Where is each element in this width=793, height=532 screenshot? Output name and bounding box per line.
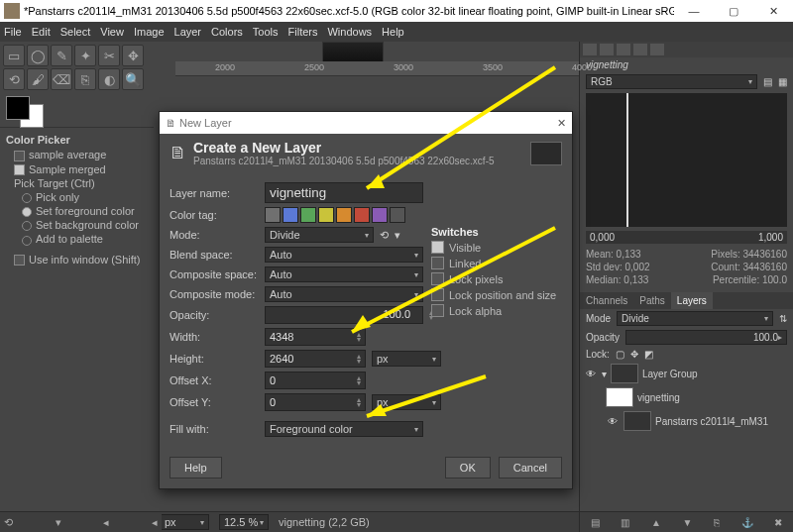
layers-opacity[interactable]: 100.0▸ — [625, 330, 787, 345]
save-icon[interactable]: ▾ — [56, 516, 61, 529]
switch-lock-pixels[interactable] — [431, 272, 444, 285]
help-button[interactable]: Help — [170, 457, 222, 479]
dialog-titlebar[interactable]: 🗎 New Layer ✕ — [160, 112, 572, 134]
color-model-select[interactable]: RGB▾ — [586, 74, 757, 89]
comp-space-select[interactable]: Auto▾ — [265, 266, 423, 282]
color-swatch[interactable] — [0, 93, 154, 123]
mode-select[interactable]: Divide▾ — [265, 227, 374, 243]
tool-clone[interactable]: ⎘ — [74, 68, 96, 90]
size-unit-select[interactable]: px▾ — [372, 351, 441, 367]
dialog-close-icon[interactable]: ✕ — [557, 117, 566, 130]
status-unit[interactable]: px▾ — [160, 514, 209, 530]
menu-select[interactable]: Select — [60, 26, 91, 38]
anchor-layer-icon[interactable]: ⚓ — [741, 517, 753, 528]
color-tag[interactable] — [390, 207, 405, 223]
ok-button[interactable]: OK — [445, 457, 491, 479]
switch-lock-alpha[interactable] — [431, 304, 444, 317]
mode-swap-icon[interactable]: ⇅ — [779, 313, 787, 324]
menu-edit[interactable]: Edit — [32, 26, 51, 38]
menu-colors[interactable]: Colors — [211, 26, 243, 38]
tab-channels[interactable]: Channels — [580, 292, 633, 309]
tool-ellipse-select[interactable]: ◯ — [27, 45, 49, 66]
new-group-icon[interactable]: ▥ — [621, 517, 629, 528]
dock-tab[interactable] — [617, 44, 630, 55]
menu-file[interactable]: File — [4, 26, 22, 38]
layer-row-vignetting[interactable]: vignetting — [580, 385, 793, 409]
menu-view[interactable]: View — [100, 26, 124, 38]
tool-fuzzy-select[interactable]: ✦ — [74, 45, 96, 66]
foreground-swatch[interactable] — [6, 96, 30, 120]
fill-select[interactable]: Foreground color▾ — [265, 421, 423, 437]
dock-tab[interactable] — [600, 44, 614, 55]
tool-crop[interactable]: ✂ — [98, 45, 120, 66]
opt-pick-only[interactable]: Pick only — [0, 190, 154, 204]
tool-rect-select[interactable]: ▭ — [3, 45, 25, 66]
opt-sample-average[interactable]: sample average — [0, 148, 154, 162]
width-input[interactable]: 4348▴▾ — [265, 328, 366, 346]
lock-alpha-icon[interactable]: ◩ — [644, 349, 653, 360]
color-tag[interactable] — [354, 207, 370, 223]
color-tag[interactable] — [318, 207, 334, 223]
color-tag[interactable] — [283, 207, 298, 223]
delete-layer-icon[interactable]: ✖ — [774, 517, 782, 528]
eye-icon[interactable]: 👁 — [584, 369, 598, 379]
comp-mode-select[interactable]: Auto▾ — [265, 286, 423, 302]
offset-x-input[interactable]: 0▴▾ — [265, 372, 366, 389]
opt-sample-merged[interactable]: Sample merged — [0, 162, 154, 177]
dock-tab[interactable] — [583, 44, 597, 55]
histogram[interactable] — [586, 93, 787, 227]
menu-image[interactable]: Image — [134, 26, 165, 38]
color-tag[interactable] — [265, 207, 281, 223]
cancel-button[interactable]: Cancel — [499, 457, 562, 479]
raise-layer-icon[interactable]: ▲ — [651, 517, 661, 528]
offset-unit-select[interactable]: px▾ — [372, 394, 441, 410]
lock-pixels-icon[interactable]: ▢ — [616, 349, 624, 360]
color-tag[interactable] — [372, 207, 388, 223]
mode-extra-icon[interactable]: ▾ — [395, 229, 400, 242]
switch-linked[interactable] — [431, 257, 444, 269]
tool-eraser[interactable]: ⌫ — [51, 68, 72, 90]
blend-select[interactable]: Auto▾ — [265, 247, 423, 263]
layers-mode-select[interactable]: Divide▾ — [617, 311, 773, 326]
dock-tab[interactable] — [633, 44, 647, 55]
opt-set-bg[interactable]: Set background color — [0, 218, 154, 232]
menu-help[interactable]: Help — [382, 26, 404, 38]
close-button[interactable]: ✕ — [753, 0, 793, 22]
maximize-button[interactable]: ▢ — [714, 0, 753, 22]
menu-tools[interactable]: Tools — [253, 26, 279, 38]
layer-row-group[interactable]: 👁 ▾ Layer Group — [580, 362, 793, 385]
histogram-log-icon[interactable]: ▦ — [778, 76, 787, 87]
menu-windows[interactable]: Windows — [327, 26, 372, 38]
tool-rotate[interactable]: ⟲ — [3, 68, 25, 90]
minimize-button[interactable]: — — [674, 0, 714, 22]
layer-name-input[interactable] — [265, 182, 423, 203]
switch-lock-position[interactable] — [431, 288, 444, 301]
opt-info-window[interactable]: Use info window (Shift) — [0, 253, 154, 267]
status-zoom[interactable]: 12.5 %▾ — [219, 514, 269, 530]
color-tag[interactable] — [336, 207, 352, 223]
menu-layer[interactable]: Layer — [174, 26, 202, 38]
histogram-range[interactable]: 0,000 1,000 — [586, 231, 787, 244]
histogram-linear-icon[interactable]: ▤ — [763, 76, 772, 87]
lock-position-icon[interactable]: ✥ — [630, 349, 638, 360]
opacity-slider[interactable]: 100.0 — [265, 306, 423, 324]
duplicate-layer-icon[interactable]: ⎘ — [714, 517, 720, 528]
tool-color-picker[interactable]: ◐ — [98, 68, 120, 90]
expand-icon[interactable]: ▾ — [602, 369, 607, 379]
menu-icon[interactable]: ◂ — [152, 516, 158, 529]
height-input[interactable]: 2640▴▾ — [265, 350, 366, 368]
offset-y-input[interactable]: 0▴▾ — [265, 393, 366, 411]
delete-icon[interactable]: ◂ — [103, 516, 109, 529]
eye-icon[interactable]: 👁 — [606, 416, 620, 427]
color-tags[interactable] — [265, 207, 405, 223]
menu-filters[interactable]: Filters — [288, 26, 318, 38]
tool-paint[interactable]: 🖌 — [27, 68, 49, 90]
color-tag[interactable] — [300, 207, 316, 223]
tool-free-select[interactable]: ✎ — [51, 45, 72, 66]
switch-visible[interactable] — [431, 241, 444, 254]
dock-tab[interactable] — [650, 44, 664, 55]
opt-add-palette[interactable]: Add to palette — [0, 232, 154, 246]
new-layer-icon[interactable]: ▤ — [591, 517, 600, 528]
tool-zoom[interactable]: 🔍 — [122, 68, 144, 90]
opt-set-fg[interactable]: Set foreground color — [0, 204, 154, 218]
